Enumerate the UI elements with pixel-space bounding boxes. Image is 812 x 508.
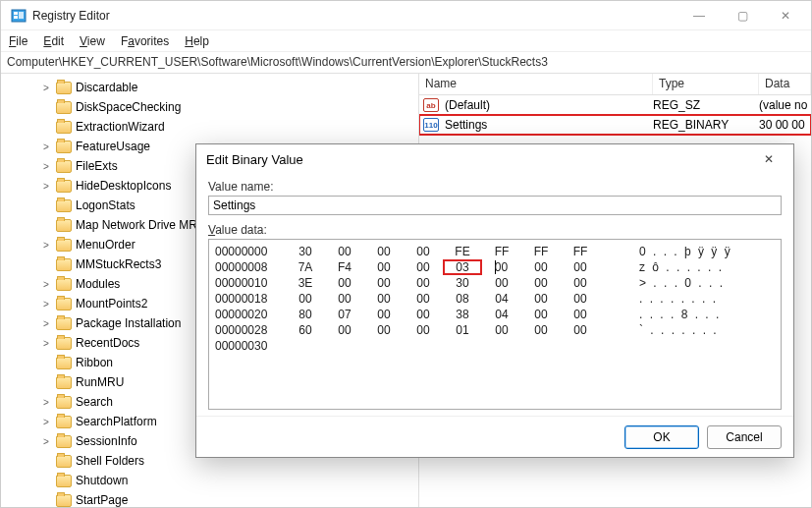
value-name-input[interactable]	[208, 196, 782, 215]
address-bar[interactable]: Computer\HKEY_CURRENT_USER\Software\Micr…	[1, 52, 811, 74]
hex-byte[interactable]: 00	[404, 307, 443, 322]
tree-item-label: RunMRU	[76, 375, 124, 389]
tree-item-label: HideDesktopIcons	[76, 179, 171, 193]
hex-offset: 00000030	[215, 338, 286, 354]
hex-byte[interactable]	[325, 338, 364, 354]
dialog-close-button[interactable]: ✕	[754, 144, 784, 174]
maximize-button[interactable]: ▢	[721, 1, 764, 30]
tree-item[interactable]: StartPage	[5, 490, 418, 507]
hex-byte[interactable]: 00	[482, 259, 521, 275]
hex-byte[interactable]: 03	[443, 259, 482, 275]
chevron-icon: >	[40, 279, 52, 290]
hex-byte[interactable]	[482, 338, 521, 354]
hex-byte[interactable]: 00	[404, 244, 443, 259]
menubar: File Edit View Favorites Help	[1, 30, 811, 52]
hex-byte[interactable]: 00	[364, 307, 404, 322]
menu-favorites[interactable]: Favorites	[121, 34, 169, 48]
hex-byte[interactable]: 00	[561, 275, 600, 291]
hex-byte[interactable]: 04	[482, 291, 521, 307]
cancel-button[interactable]: Cancel	[707, 425, 782, 449]
hex-byte[interactable]	[364, 338, 404, 354]
hex-byte[interactable]: 00	[325, 291, 364, 307]
hex-byte[interactable]: 00	[286, 291, 325, 307]
hex-byte[interactable]: FF	[561, 244, 600, 259]
hex-byte[interactable]: F4	[325, 259, 364, 275]
hex-byte[interactable]: 38	[443, 307, 482, 322]
chevron-icon: >	[40, 83, 52, 93]
hex-ascii: ` . . . . . . .	[631, 322, 775, 338]
hex-byte[interactable]: 00	[364, 322, 404, 338]
tree-item[interactable]: DiskSpaceChecking	[5, 97, 418, 117]
tree-item-label: Search	[76, 395, 113, 409]
chevron-icon: >	[40, 436, 52, 447]
hex-byte[interactable]: FF	[482, 244, 521, 259]
hex-ascii: 0 . . . þ ÿ ÿ ÿ	[631, 244, 775, 259]
list-row[interactable]: ab(Default)REG_SZ(value no	[419, 95, 811, 115]
hex-byte[interactable]: 00	[404, 275, 443, 291]
hex-byte[interactable]: FF	[521, 244, 561, 259]
menu-view[interactable]: View	[80, 34, 105, 48]
folder-icon	[56, 180, 72, 193]
list-row[interactable]: 110SettingsREG_BINARY30 00 00	[419, 115, 811, 135]
hex-byte[interactable]: 00	[364, 259, 404, 275]
hex-byte[interactable]: 00	[325, 322, 364, 338]
col-type[interactable]: Type	[653, 74, 759, 94]
minimize-button[interactable]: —	[677, 1, 721, 30]
hex-byte[interactable]: 00	[521, 291, 561, 307]
hex-byte[interactable]: 00	[561, 307, 600, 322]
menu-edit[interactable]: Edit	[43, 34, 64, 48]
chevron-icon	[40, 122, 52, 133]
hex-byte[interactable]: 00	[364, 275, 404, 291]
hex-byte[interactable]: 30	[286, 244, 325, 259]
hex-byte[interactable]: 07	[325, 307, 364, 322]
chevron-icon	[40, 220, 52, 231]
hex-editor[interactable]: 0000000030000000FEFFFFFF0 . . . þ ÿ ÿ ÿ0…	[208, 239, 782, 410]
hex-byte[interactable]: 00	[482, 322, 521, 338]
menu-file[interactable]: File	[9, 34, 27, 48]
hex-byte[interactable]: FE	[443, 244, 482, 259]
folder-icon	[56, 396, 72, 409]
hex-byte[interactable]: 00	[482, 275, 521, 291]
hex-byte[interactable]: 04	[482, 307, 521, 322]
hex-byte[interactable]: 00	[521, 322, 561, 338]
tree-item-label: SearchPlatform	[76, 415, 157, 428]
ok-button[interactable]: OK	[624, 425, 699, 449]
col-data[interactable]: Data	[759, 74, 811, 94]
hex-byte[interactable]: 08	[443, 291, 482, 307]
hex-byte[interactable]	[443, 338, 482, 354]
hex-byte[interactable]: 00	[364, 291, 404, 307]
hex-byte[interactable]: 00	[561, 259, 600, 275]
svg-rect-1	[14, 12, 18, 15]
hex-byte[interactable]: 00	[404, 291, 443, 307]
hex-byte[interactable]: 00	[364, 244, 404, 259]
dialog-titlebar: Edit Binary Value ✕	[196, 144, 793, 174]
hex-byte[interactable]: 3E	[286, 275, 325, 291]
hex-byte[interactable]: 00	[521, 259, 561, 275]
hex-byte[interactable]	[561, 338, 600, 354]
hex-byte[interactable]: 00	[521, 275, 561, 291]
tree-item[interactable]: Shutdown	[5, 471, 418, 490]
hex-byte[interactable]	[286, 338, 325, 354]
tree-item-label: RecentDocs	[76, 336, 139, 350]
hex-byte[interactable]: 7A	[286, 259, 325, 275]
hex-byte[interactable]: 00	[404, 322, 443, 338]
hex-byte[interactable]: 00	[325, 244, 364, 259]
menu-help[interactable]: Help	[185, 34, 209, 48]
col-name[interactable]: Name	[419, 74, 653, 94]
hex-byte[interactable]	[521, 338, 561, 354]
hex-byte[interactable]: 01	[443, 322, 482, 338]
tree-item[interactable]: >Discardable	[5, 78, 418, 97]
folder-icon	[56, 298, 72, 310]
tree-item[interactable]: ExtractionWizard	[5, 117, 418, 137]
hex-byte[interactable]: 80	[286, 307, 325, 322]
svg-rect-3	[19, 12, 24, 19]
hex-byte[interactable]: 00	[325, 275, 364, 291]
hex-byte[interactable]: 30	[443, 275, 482, 291]
hex-byte[interactable]: 00	[521, 307, 561, 322]
hex-byte[interactable]: 00	[561, 291, 600, 307]
hex-byte[interactable]: 00	[404, 259, 443, 275]
hex-byte[interactable]	[404, 338, 443, 354]
hex-byte[interactable]: 00	[561, 322, 600, 338]
hex-byte[interactable]: 60	[286, 322, 325, 338]
close-button[interactable]: ✕	[764, 1, 807, 30]
